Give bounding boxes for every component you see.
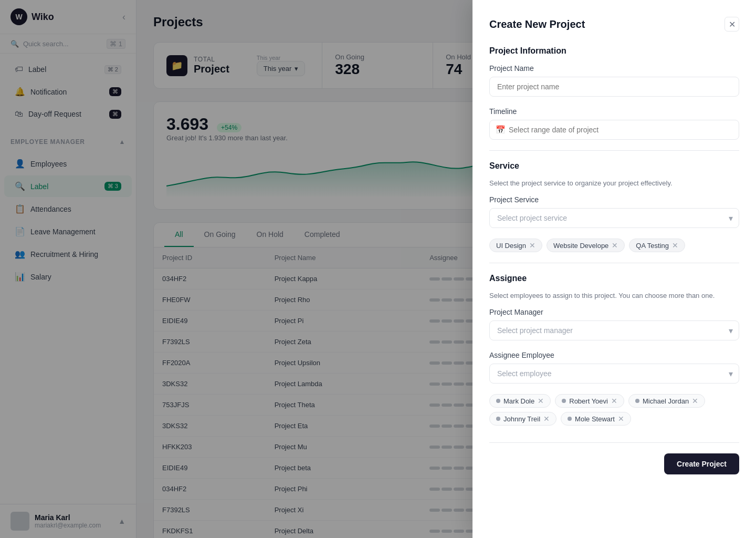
tag-website-label: Website Develope bbox=[553, 242, 608, 250]
manager-select-wrapper: Select project manager ▾ bbox=[489, 320, 739, 340]
create-project-button[interactable]: Create Project bbox=[664, 453, 739, 474]
project-info-title: Project Information bbox=[489, 46, 739, 56]
modal-overlay: Create New Project ✕ Project Information… bbox=[0, 0, 756, 538]
assignee-tag-johnny: Johnny Treil ✕ bbox=[489, 412, 556, 426]
assignee-robert-dot bbox=[562, 399, 566, 403]
assignee-employee-label: Assignee Employee bbox=[489, 351, 739, 359]
create-project-modal: Create New Project ✕ Project Information… bbox=[472, 0, 756, 538]
assignee-mark-label: Mark Dole bbox=[503, 397, 534, 405]
assignee-title: Assignee bbox=[489, 274, 739, 283]
timeline-input[interactable] bbox=[489, 120, 739, 140]
modal-close-button[interactable]: ✕ bbox=[724, 17, 739, 32]
project-manager-group: Project Manager Select project manager ▾ bbox=[489, 308, 739, 340]
project-service-select[interactable]: Select project service UI Design Website… bbox=[489, 208, 739, 228]
project-name-group: Project Name bbox=[489, 64, 739, 97]
service-title: Service bbox=[489, 161, 739, 171]
calendar-icon: 📅 bbox=[496, 125, 506, 134]
project-manager-label: Project Manager bbox=[489, 308, 739, 316]
project-service-group: Project Service Select project service U… bbox=[489, 195, 739, 228]
tag-qa-remove[interactable]: ✕ bbox=[672, 241, 678, 250]
tag-ui-design: UI Design ✕ bbox=[489, 239, 542, 252]
assignee-description: Select employees to assign to this proje… bbox=[489, 292, 739, 299]
assignee-michael-label: Michael Jordan bbox=[643, 397, 689, 405]
modal-footer: Create Project bbox=[489, 442, 739, 474]
assignee-robert-label: Robert Yoevi bbox=[569, 397, 608, 405]
assignee-employee-select[interactable]: Select employee Mark Dole Robert Yoevi M… bbox=[489, 364, 739, 384]
tag-ui-design-label: UI Design bbox=[496, 242, 526, 250]
project-service-label: Project Service bbox=[489, 195, 739, 204]
divider-2 bbox=[489, 263, 739, 263]
tag-website-develope: Website Develope ✕ bbox=[547, 239, 625, 252]
assignee-mark-remove[interactable]: ✕ bbox=[538, 397, 544, 405]
assignee-tag-mole: Mole Stewart ✕ bbox=[561, 412, 631, 426]
assignee-mole-label: Mole Stewart bbox=[575, 415, 615, 423]
assignee-michael-dot bbox=[635, 399, 639, 403]
modal-header: Create New Project ✕ bbox=[489, 17, 739, 32]
modal-title: Create New Project bbox=[489, 18, 585, 30]
assignee-johnny-dot bbox=[496, 417, 500, 421]
timeline-label: Timeline bbox=[489, 107, 739, 116]
assignee-mole-remove[interactable]: ✕ bbox=[618, 415, 624, 423]
service-tags: UI Design ✕ Website Develope ✕ QA Testin… bbox=[489, 239, 739, 252]
assignee-tag-michael: Michael Jordan ✕ bbox=[628, 394, 705, 408]
assignee-johnny-label: Johnny Treil bbox=[503, 415, 540, 423]
project-manager-select[interactable]: Select project manager bbox=[489, 320, 739, 340]
date-input-wrapper: 📅 bbox=[489, 120, 739, 140]
project-name-input[interactable] bbox=[489, 77, 739, 97]
assignee-tag-mark: Mark Dole ✕ bbox=[489, 394, 551, 408]
assignee-tags: Mark Dole ✕ Robert Yoevi ✕ Michael Jorda… bbox=[489, 394, 739, 426]
divider-1 bbox=[489, 150, 739, 151]
tag-website-remove[interactable]: ✕ bbox=[612, 241, 618, 250]
assignee-mark-dot bbox=[496, 399, 500, 403]
assignee-mole-dot bbox=[568, 417, 572, 421]
assignee-robert-remove[interactable]: ✕ bbox=[611, 397, 617, 405]
project-name-label: Project Name bbox=[489, 64, 739, 73]
tag-qa-testing: QA Testing ✕ bbox=[629, 239, 685, 252]
service-description: Select the project service to organize y… bbox=[489, 179, 739, 187]
assignee-johnny-remove[interactable]: ✕ bbox=[543, 415, 550, 423]
service-select-wrapper: Select project service UI Design Website… bbox=[489, 208, 739, 228]
assignee-tag-robert: Robert Yoevi ✕ bbox=[555, 394, 624, 408]
timeline-group: Timeline 📅 bbox=[489, 107, 739, 140]
assignee-employee-group: Assignee Employee Select employee Mark D… bbox=[489, 351, 739, 384]
tag-ui-design-remove[interactable]: ✕ bbox=[529, 241, 536, 250]
tag-qa-label: QA Testing bbox=[636, 242, 669, 250]
employee-select-wrapper: Select employee Mark Dole Robert Yoevi M… bbox=[489, 364, 739, 384]
assignee-michael-remove[interactable]: ✕ bbox=[692, 397, 698, 405]
